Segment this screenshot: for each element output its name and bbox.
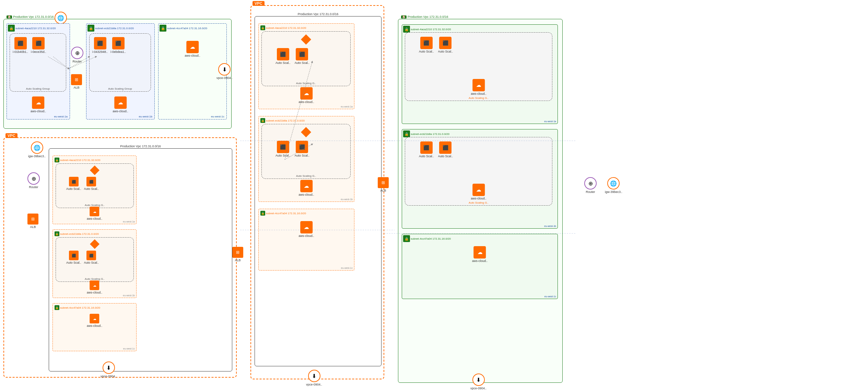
c-subnet-1a: 🔒 subnet-4aca2210 172.31.32.0/20 ⬛ Auto …	[258, 23, 354, 109]
top-left-subnet-1b: 🔒 subnet-ecb21b8a 172.31.0.0/20 ⬛ i-0432…	[86, 23, 155, 119]
c-subnet-1c: 🔒 subnet-4cc47a04 172.31.16.0/20 ☁ aws-c…	[258, 209, 354, 271]
center-vpc-outer: VPC Production Vpc 172.31.0.0/16 🔒 subne…	[250, 5, 384, 379]
center-prod-vpc-title: Production Vpc 172.31.0.0/16	[298, 12, 339, 16]
right-alb: ⊞ ALB	[378, 177, 389, 192]
bl-vcpe: ⬇ vpce-0904..	[101, 362, 117, 378]
top-left-aws-1b: ☁ aws-cloud..	[113, 96, 128, 113]
top-left-router: ⊕ Router	[71, 47, 83, 63]
top-left-asg-1b: ⬛ i-0432948.. ⬛ i-0ebdea1.. Auto Scaling…	[89, 33, 151, 92]
right-vpc: 🏠 Production Vpc 172.31.0.0/16 🔒 subnet-…	[398, 19, 563, 383]
r-subnet-1b: 🔒 subnet-ecb21b8a 172.31.0.0/20 ⬛ Auto S…	[402, 129, 558, 229]
bl-subnet-1c: 🔒 subnet-4cc47a04 172.31.16.0/20 ☁ aws-c…	[52, 303, 137, 351]
right-router: ⊕ Router	[584, 177, 597, 194]
top-left-aws-1a: ☁ aws-cloud..	[31, 96, 46, 113]
top-left-vpc-label: Production Vpc 172.31.0.0/16	[13, 15, 54, 19]
center-vpc-label: VPC	[253, 1, 265, 6]
bl-subnet-1b: 🔒 subnet-ecb21b8a 172.31.0.0/20 ⬛ Auto S…	[52, 229, 137, 298]
bl-alb: ⊞ ALB	[27, 214, 38, 229]
right-vcpe: ⬇ vpce-0904..	[470, 374, 486, 390]
bl-subnet-1a: 🔒 subnet-4aca2210 172.31.32.0/20 ⬛ Auto …	[52, 156, 137, 224]
c-subnet-1b: 🔒 subnet-ecb21b8a 172.31.0.0/20 ⬛ Auto S…	[258, 116, 354, 202]
bl-igw: 🌐 igw-39bec3..	[28, 141, 46, 158]
r-subnet-1c: 🔒 subnet-4cc47a04 172.31.16.0/20 ☁ aws-c…	[402, 234, 558, 299]
right-vpc-label: Production Vpc 172.31.0.0/16	[408, 15, 448, 19]
top-left-aws-1c: ☁ aws-cloud..	[185, 41, 200, 57]
right-igw: 🌐 igw-39bec3..	[605, 177, 622, 194]
top-left-vpc: 🏠 Production Vpc 172.31.0.0/16 🌐 igw-39b…	[3, 19, 232, 129]
bottom-left-prod-vpc-label: Production Vpc 172.31.0.0/16	[120, 145, 161, 148]
center-alb: ⊞ ALB	[232, 247, 243, 262]
top-left-vcpe: ⬇ vpce-0904..	[216, 63, 233, 80]
canvas: 🏠 Production Vpc 172.31.0.0/16 🌐 igw-39b…	[0, 0, 868, 390]
top-left-subnet-1a: 🔒 subnet-4aca2210 172.31.32.0/20 ⬛ i-01b…	[7, 23, 70, 119]
bl-router: ⊕ Router	[27, 172, 40, 189]
r-subnet-1a: 🔒 subnet-4aca2210 172.31.32.0/20 ⬛ Auto …	[402, 24, 558, 124]
top-left-subnet-1c: 🔒 subnet-4cc47a04 172.31.16.0/20 ☁ aws-c…	[158, 23, 227, 119]
bottom-left-vpc-outer: VPC Production Vpc 172.31.0.0/16 🔒 subne…	[3, 137, 237, 378]
bottom-left-vpc-label: VPC	[5, 133, 17, 138]
center-vcpe: ⬇ vpce-0904..	[306, 370, 322, 386]
bottom-left-prod-vpc: Production Vpc 172.31.0.0/16 🔒 subnet-4a…	[49, 148, 232, 371]
top-left-asg-1a: ⬛ i-01b40b1.. ⬛ i-0ece35d.. Auto Scaling…	[10, 33, 66, 92]
top-left-alb: ⊞ ALB	[71, 74, 82, 89]
center-prod-vpc: Production Vpc 172.31.0.0/16 🔒 subnet-4a…	[255, 16, 382, 366]
